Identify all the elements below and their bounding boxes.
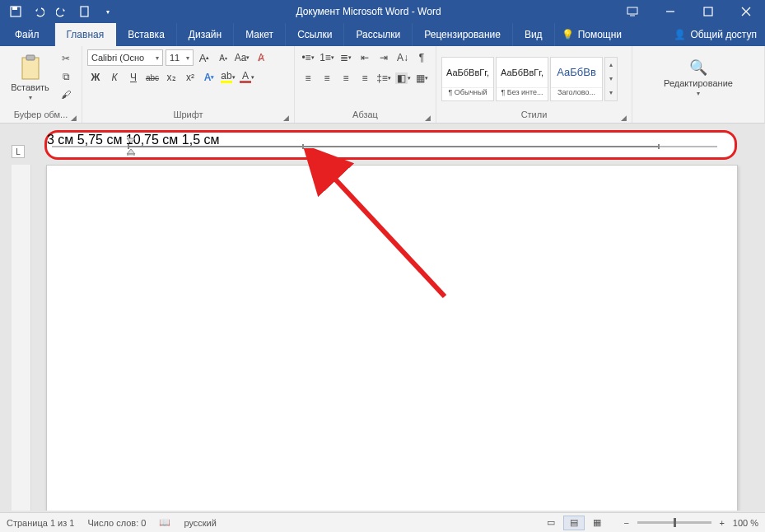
- zoom-out-button[interactable]: −: [621, 517, 632, 529]
- dialog-launcher-icon[interactable]: ◢: [422, 111, 432, 121]
- clear-formatting-icon[interactable]: A̷: [253, 49, 269, 66]
- dialog-launcher-icon[interactable]: ◢: [618, 111, 628, 121]
- share-button[interactable]: 👤Общий доступ: [665, 23, 765, 46]
- align-center-icon[interactable]: ≡: [319, 70, 335, 86]
- style-preview: АаБбВвГг,: [442, 58, 493, 87]
- strikethrough-button[interactable]: abc: [144, 69, 161, 86]
- horizontal-ruler[interactable]: [52, 144, 730, 149]
- tab-layout[interactable]: Макет: [234, 23, 286, 46]
- group-font: Calibri (Осно▾ 11▾ A▴ A▾ Aa▾ A̷ Ж К Ч ab…: [82, 46, 295, 123]
- paste-button[interactable]: Вставить ▾: [5, 49, 55, 105]
- editing-label: Редактирование: [664, 78, 733, 88]
- font-color-icon[interactable]: A▾: [239, 69, 255, 86]
- justify-icon[interactable]: ≡: [357, 70, 373, 86]
- zoom-in-button[interactable]: +: [716, 517, 728, 529]
- zoom-slider[interactable]: [637, 521, 711, 524]
- superscript-button[interactable]: x²: [182, 69, 198, 86]
- proofing-icon[interactable]: 📖: [159, 517, 170, 528]
- editing-button[interactable]: 🔍 Редактирование ▾: [653, 49, 744, 105]
- vertical-ruler[interactable]: [12, 165, 31, 511]
- dialog-launcher-icon[interactable]: ◢: [68, 111, 78, 121]
- status-page[interactable]: Страница 1 из 1: [7, 518, 74, 528]
- multilevel-icon[interactable]: ≣▾: [338, 49, 354, 66]
- new-doc-icon[interactable]: [77, 4, 92, 19]
- styles-expand[interactable]: ▴▾▾: [604, 57, 618, 101]
- bullets-icon[interactable]: •≡▾: [300, 49, 316, 66]
- increase-indent-icon[interactable]: ⇥: [376, 49, 392, 66]
- shading-icon[interactable]: ◧▾: [394, 70, 411, 86]
- tab-view[interactable]: Вид: [513, 23, 555, 46]
- shrink-font-icon[interactable]: A▾: [215, 49, 231, 66]
- copy-icon[interactable]: ⧉: [58, 69, 74, 84]
- tell-me-label: Помощни: [578, 29, 622, 40]
- ribbon-options-icon[interactable]: [613, 0, 651, 23]
- close-icon[interactable]: [727, 0, 765, 23]
- align-right-icon[interactable]: ≡: [338, 70, 354, 86]
- font-size-combo[interactable]: 11▾: [166, 49, 194, 66]
- qa-dropdown-icon[interactable]: ▾: [100, 4, 115, 19]
- svg-rect-12: [128, 154, 134, 156]
- window-title: Документ Microsoft Word - Word: [124, 6, 613, 17]
- zoom-control: − + 100 %: [621, 517, 758, 529]
- underline-button[interactable]: Ч: [125, 69, 142, 86]
- svg-rect-2: [81, 7, 88, 16]
- bulb-icon: 💡: [562, 29, 574, 40]
- tab-references[interactable]: Ссылки: [286, 23, 344, 46]
- cut-icon[interactable]: ✂: [58, 51, 74, 66]
- read-mode-icon[interactable]: ▭: [540, 516, 562, 530]
- change-case-icon[interactable]: Aa▾: [234, 49, 250, 66]
- status-wordcount[interactable]: Число слов: 0: [87, 518, 146, 528]
- page-area[interactable]: [31, 165, 757, 511]
- bold-button[interactable]: Ж: [87, 69, 104, 86]
- minimize-icon[interactable]: [651, 0, 689, 23]
- tab-design[interactable]: Дизайн: [177, 23, 234, 46]
- web-layout-icon[interactable]: ▦: [586, 516, 608, 530]
- borders-icon[interactable]: ▦▾: [413, 70, 430, 86]
- line-spacing-icon[interactable]: ‡≡▾: [376, 70, 392, 86]
- save-icon[interactable]: [8, 4, 23, 19]
- numbering-icon[interactable]: 1≡▾: [319, 49, 335, 66]
- font-name-combo[interactable]: Calibri (Осно▾: [87, 49, 163, 66]
- sort-icon[interactable]: A↓: [394, 49, 411, 66]
- style-preview: АаБбВвГг,: [497, 58, 548, 87]
- redo-icon[interactable]: [54, 4, 69, 19]
- status-language[interactable]: русский: [184, 518, 216, 528]
- svg-rect-8: [22, 58, 39, 79]
- search-icon: 🔍: [689, 58, 707, 77]
- tell-me[interactable]: 💡Помощни: [555, 23, 628, 46]
- page[interactable]: [46, 165, 738, 511]
- print-layout-icon[interactable]: ▤: [563, 516, 585, 530]
- group-label: Буфер обм...: [14, 110, 68, 119]
- paste-label: Вставить: [11, 82, 49, 92]
- style-label: Заголово...: [551, 87, 602, 100]
- subscript-button[interactable]: x₂: [163, 69, 180, 86]
- group-label: Абзац: [352, 110, 378, 119]
- ribbon: Вставить ▾ ✂ ⧉ 🖌 Буфер обм...◢ Calibri (…: [0, 46, 765, 124]
- tab-review[interactable]: Рецензирование: [413, 23, 513, 46]
- style-heading1[interactable]: АаБбВв Заголово...: [550, 57, 603, 101]
- share-label: Общий доступ: [690, 29, 757, 40]
- tab-mailings[interactable]: Рассылки: [344, 23, 413, 46]
- maximize-icon[interactable]: [689, 0, 727, 23]
- tab-home[interactable]: Главная: [55, 23, 117, 46]
- text-effects-icon[interactable]: A▾: [201, 69, 217, 86]
- tab-insert[interactable]: Вставка: [116, 23, 177, 46]
- dialog-launcher-icon[interactable]: ◢: [281, 111, 291, 121]
- grow-font-icon[interactable]: A▴: [196, 49, 212, 66]
- style-preview: АаБбВв: [551, 58, 602, 87]
- highlight-color-icon[interactable]: ab▾: [220, 69, 236, 86]
- align-left-icon[interactable]: ≡: [300, 70, 316, 86]
- undo-icon[interactable]: [31, 4, 46, 19]
- decrease-indent-icon[interactable]: ⇤: [357, 49, 373, 66]
- show-marks-icon[interactable]: ¶: [413, 49, 430, 66]
- style-no-spacing[interactable]: АаБбВвГг, ¶ Без инте...: [496, 57, 548, 101]
- status-bar: Страница 1 из 1 Число слов: 0 📖 русский …: [0, 512, 765, 532]
- zoom-value[interactable]: 100 %: [733, 518, 758, 528]
- tab-selector[interactable]: L: [12, 145, 25, 158]
- format-painter-icon[interactable]: 🖌: [58, 87, 74, 102]
- style-normal[interactable]: АаБбВвГг, ¶ Обычный: [441, 57, 494, 101]
- tab-file[interactable]: Файл: [0, 23, 55, 46]
- ribbon-tabs: Файл Главная Вставка Дизайн Макет Ссылки…: [0, 23, 765, 46]
- italic-button[interactable]: К: [106, 69, 123, 86]
- indent-marker-icon[interactable]: [126, 138, 136, 156]
